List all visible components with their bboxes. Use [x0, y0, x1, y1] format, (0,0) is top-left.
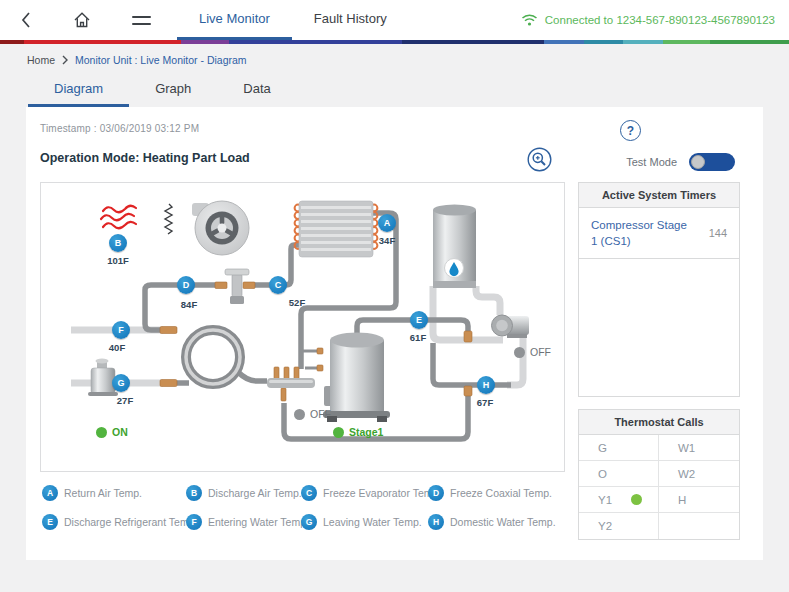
- legend-badge: D: [428, 485, 444, 501]
- legend-badge: E: [42, 514, 58, 530]
- sensor-temp-G: 27F: [117, 395, 133, 406]
- header-tab-fault-history[interactable]: Fault History: [292, 0, 409, 40]
- status-dot: [514, 347, 525, 358]
- thermostat-title: Thermostat Calls: [579, 410, 739, 435]
- toggle-knob: [691, 155, 705, 169]
- status-dot: [333, 427, 344, 438]
- thermostat-cell-G: G: [579, 435, 659, 461]
- thermostat-cell-Y2: Y2: [579, 513, 659, 539]
- sensor-temp-H: 67F: [477, 397, 493, 408]
- tab-data[interactable]: Data: [217, 74, 296, 107]
- legend-label: Leaving Water Temp.: [323, 516, 422, 528]
- status-indicator-off: OFF: [294, 408, 331, 420]
- thermostat-active-dot: [631, 494, 642, 505]
- legend-badge: F: [186, 514, 202, 530]
- breadcrumb-home[interactable]: Home: [27, 54, 55, 66]
- timers-title: Active System Timers: [579, 183, 739, 208]
- legend-badge: G: [301, 514, 317, 530]
- sensor-temp-E: 61F: [410, 332, 426, 343]
- thermostat-cell-O: O: [579, 461, 659, 487]
- connection-text: Connected to 1234-567-890123-4567890123: [545, 14, 775, 26]
- live-monitor-card: Timestamp : 03/06/2019 03:12 PM ? Operat…: [26, 107, 763, 560]
- home-icon[interactable]: [72, 10, 92, 30]
- thermostat-label: W1: [678, 442, 695, 454]
- active-system-timers-panel: Active System Timers Compressor Stage 1 …: [578, 182, 740, 397]
- sensor-legend: AReturn Air Temp.BDischarge Air Temp.CFr…: [40, 485, 565, 530]
- thermostat-cell-W2: W2: [659, 461, 739, 487]
- status-label: OFF: [310, 408, 331, 420]
- hot-air-waves-icon: [101, 206, 136, 229]
- legend-label: Entering Water Temp.: [208, 516, 309, 528]
- zoom-in-icon[interactable]: [527, 147, 552, 176]
- thermostat-cell-empty: [659, 513, 739, 539]
- menu-icon[interactable]: [132, 16, 151, 25]
- tab-graph[interactable]: Graph: [129, 74, 217, 107]
- heater-element-icon: [165, 204, 172, 234]
- evaporator-coil: [295, 201, 378, 257]
- sensor-badge-A: A: [378, 214, 396, 232]
- sensor-temp-B: 101F: [107, 255, 129, 266]
- sensor-badge-E: E: [410, 311, 428, 329]
- breadcrumb-path: Monitor Unit : Live Monitor - Diagram: [75, 54, 247, 66]
- legend-item-H: HDomestic Water Temp.: [428, 514, 565, 530]
- thermostat-label: G: [598, 442, 607, 454]
- legend-item-C: CFreeze Evaporator Temp.: [301, 485, 428, 501]
- thermostat-calls-panel: Thermostat Calls GW1OW2Y1HY2: [578, 409, 740, 540]
- status-label: Stage1: [349, 426, 383, 438]
- breadcrumb: Home Monitor Unit : Live Monitor - Diagr…: [0, 44, 789, 68]
- thermostat-cell-H: H: [659, 487, 739, 513]
- help-icon[interactable]: ?: [620, 120, 641, 141]
- legend-badge: C: [301, 485, 317, 501]
- right-column: Active System Timers Compressor Stage 1 …: [578, 182, 740, 540]
- system-diagram: A34FB101FC52FD84FE61FF40FG27FH67FONOFFSt…: [40, 182, 565, 472]
- sensor-badge-D: D: [177, 276, 195, 294]
- thermostat-cell-Y1: Y1: [579, 487, 659, 513]
- view-tabs: Diagram Graph Data: [28, 74, 789, 107]
- sensor-badge-C: C: [269, 276, 287, 294]
- legend-label: Discharge Air Temp.: [208, 487, 302, 499]
- legend-label: Return Air Temp.: [64, 487, 142, 499]
- connection-status: Connected to 1234-567-890123-4567890123: [521, 13, 775, 27]
- legend-badge: H: [428, 514, 444, 530]
- legend-label: Domestic Water Temp.: [450, 516, 556, 528]
- blower-fan: [192, 201, 249, 255]
- legend-item-G: GLeaving Water Temp.: [301, 514, 428, 530]
- legend-item-B: BDischarge Air Temp.: [186, 485, 301, 501]
- timestamp: Timestamp : 03/06/2019 03:12 PM: [40, 123, 199, 134]
- coaxial-coil: [186, 330, 240, 384]
- wifi-icon: [521, 13, 538, 27]
- sensor-temp-D: 84F: [181, 299, 197, 310]
- sensor-temp-C: 52F: [289, 297, 305, 308]
- status-indicator-on: ON: [96, 426, 128, 438]
- thermostat-label: O: [598, 468, 607, 480]
- legend-badge: A: [42, 485, 58, 501]
- legend-item-D: DFreeze Coaxial Temp.: [428, 485, 565, 501]
- legend-item-A: AReturn Air Temp.: [42, 485, 186, 501]
- thermostat-grid: GW1OW2Y1HY2: [579, 435, 739, 539]
- thermostat-label: Y2: [598, 520, 612, 532]
- thermostat-label: W2: [678, 468, 695, 480]
- test-mode-toggle[interactable]: [689, 153, 735, 171]
- header-tab-live-monitor[interactable]: Live Monitor: [177, 0, 292, 40]
- sensor-temp-A: 34F: [379, 235, 395, 246]
- status-label: ON: [112, 426, 128, 438]
- timer-name[interactable]: Compressor Stage 1 (CS1): [591, 217, 695, 249]
- timer-row[interactable]: Compressor Stage 1 (CS1)144: [579, 208, 739, 259]
- sensor-badge-B: B: [109, 234, 127, 252]
- status-dot: [96, 427, 107, 438]
- timer-rows: Compressor Stage 1 (CS1)144: [579, 208, 739, 259]
- thermostat-label: H: [678, 494, 686, 506]
- operation-mode: Operation Mode: Heating Part Load: [40, 151, 250, 165]
- back-icon[interactable]: [16, 10, 36, 30]
- legend-item-E: EDischarge Refrigerant Temp.: [42, 514, 186, 530]
- breadcrumb-chevron-icon: [61, 55, 69, 65]
- status-dot: [294, 409, 305, 420]
- status-label: OFF: [530, 346, 551, 358]
- status-indicator-off: OFF: [514, 346, 551, 358]
- legend-badge: B: [186, 485, 202, 501]
- thermostat-cell-W1: W1: [659, 435, 739, 461]
- sensor-temp-F: 40F: [109, 342, 125, 353]
- tab-diagram[interactable]: Diagram: [28, 74, 129, 107]
- sensor-badge-H: H: [477, 376, 495, 394]
- water-tank: [433, 205, 476, 289]
